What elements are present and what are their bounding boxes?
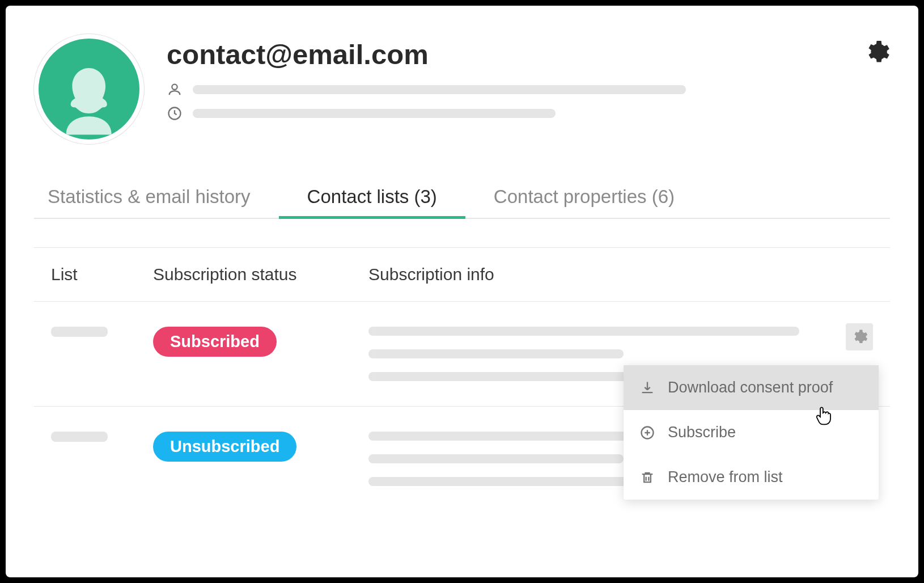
tab-bar: Statistics & email history Contact lists… (34, 178, 890, 219)
gear-icon[interactable] (863, 39, 890, 66)
tab-statistics[interactable]: Statistics & email history (34, 178, 279, 218)
column-header-status: Subscription status (153, 265, 368, 284)
status-badge: Unsubscribed (153, 432, 296, 462)
contact-detail-panel: contact@email.com Statistics & email his… (6, 6, 918, 577)
download-icon (639, 380, 655, 396)
menu-item-download-consent[interactable]: Download consent proof (624, 365, 879, 410)
status-badge: Subscribed (153, 327, 277, 357)
contact-email: contact@email.com (167, 39, 890, 70)
menu-item-label: Remove from list (668, 468, 783, 486)
menu-item-remove[interactable]: Remove from list (624, 455, 879, 500)
column-header-list: List (51, 265, 153, 284)
clock-icon (167, 105, 183, 121)
list-name-placeholder (51, 327, 108, 337)
menu-item-subscribe[interactable]: Subscribe (624, 410, 879, 455)
gear-icon (851, 328, 868, 345)
avatar (34, 34, 144, 144)
menu-item-label: Subscribe (668, 424, 736, 441)
plus-circle-icon (639, 425, 655, 441)
contact-time-line (167, 105, 890, 121)
column-header-info: Subscription info (368, 265, 839, 284)
row-actions-menu: Download consent proof Subscribe Remove … (624, 365, 879, 500)
tab-contact-properties[interactable]: Contact properties (6) (465, 178, 703, 218)
list-name-placeholder (51, 432, 108, 442)
contact-header: contact@email.com (34, 34, 890, 144)
tab-contact-lists[interactable]: Contact lists (3) (279, 178, 465, 218)
subscription-table: List Subscription status Subscription in… (34, 247, 890, 511)
person-icon (167, 82, 183, 98)
table-row: Subscribed Download consent proof (34, 302, 890, 407)
contact-name-line (167, 82, 890, 98)
menu-item-label: Download consent proof (668, 379, 833, 396)
trash-icon (639, 470, 655, 485)
contact-time-placeholder (193, 109, 556, 118)
table-header-row: List Subscription status Subscription in… (34, 247, 890, 302)
avatar-silhouette-icon (51, 54, 127, 140)
row-actions-button[interactable] (846, 323, 873, 350)
contact-name-placeholder (193, 85, 686, 94)
